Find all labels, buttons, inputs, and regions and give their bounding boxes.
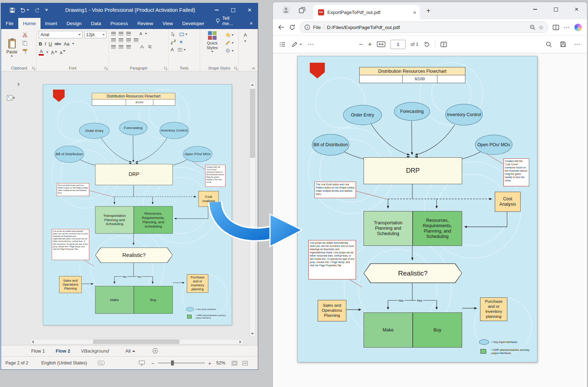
scrollbar-thumb[interactable] xyxy=(93,340,179,344)
fit-to-width-icon[interactable] xyxy=(377,41,385,47)
font-name-select[interactable]: Arial xyxy=(39,31,82,38)
scrollbar-thumb[interactable] xyxy=(250,89,255,158)
dialog-launcher-icon[interactable] xyxy=(164,67,167,70)
dialog-launcher-icon[interactable] xyxy=(32,67,35,70)
node-make[interactable]: Make xyxy=(364,312,413,348)
search-icon[interactable] xyxy=(546,41,552,48)
node-cost-analysis[interactable]: Cost Analysis xyxy=(495,192,521,212)
grow-font-button[interactable]: A xyxy=(51,50,57,55)
shapes-panel-icon[interactable] xyxy=(7,95,15,101)
node-drp[interactable]: DRP xyxy=(364,157,462,184)
italic-button[interactable]: I xyxy=(44,41,46,47)
node-open-pos-mos[interactable]: Open POs/ MOs xyxy=(183,146,212,162)
shrink-font-button[interactable]: A xyxy=(60,50,66,55)
decrease-indent-icon[interactable] xyxy=(119,45,123,49)
scroll-up-icon[interactable] xyxy=(251,84,254,86)
text-block-tool-icon[interactable] xyxy=(177,48,186,52)
visio-drawing-page[interactable]: Distribution Resources Flowchart 6/1/00 … xyxy=(43,84,232,325)
tab-home[interactable]: Home xyxy=(18,18,41,29)
node-transportation-planning[interactable]: Transportation Planning and Scheduling xyxy=(95,206,134,234)
node-resources-requirements[interactable]: Resources, Requirements, Planning, and S… xyxy=(413,211,462,246)
status-page-indicator[interactable]: Page 2 of 2 xyxy=(5,360,28,366)
table-of-contents-icon[interactable] xyxy=(279,42,286,47)
browser-tab[interactable]: PDF ExportPageToPdf_out.pdf × xyxy=(313,5,420,19)
chevron-down-icon[interactable] xyxy=(46,52,48,53)
address-field[interactable]: File D:/Files/ExportPageToPdf_out.pdf ☆ xyxy=(300,22,548,33)
refresh-icon[interactable] xyxy=(289,24,295,30)
all-pages-dropdown[interactable]: All xyxy=(125,348,135,354)
node-forecasting[interactable]: Forecasting xyxy=(119,120,147,135)
page-view-icon[interactable] xyxy=(440,42,447,47)
page-tab-flow2[interactable]: Flow 2 xyxy=(56,348,70,354)
add-page-button[interactable] xyxy=(152,348,158,354)
node-inventory-control[interactable]: Inventory Control xyxy=(160,122,189,139)
tab-review[interactable]: Review xyxy=(133,18,158,29)
pdf-viewport[interactable]: Distribution Resources Flowchart 6/1/00 … xyxy=(273,53,587,387)
callout-line-curve[interactable]: Created with the "Line-Curve" connector … xyxy=(205,165,226,187)
maximize-icon[interactable] xyxy=(545,2,566,16)
callout-line-jumps[interactable]: Line jumps are added automatically when … xyxy=(52,229,89,260)
node-forecasting[interactable]: Forecasting xyxy=(394,102,430,121)
justify-icon[interactable] xyxy=(134,38,138,42)
page-tab-vbackground[interactable]: VBackground xyxy=(81,348,109,354)
more-tools-icon[interactable]: ⋯ xyxy=(308,40,314,48)
dialog-launcher-icon[interactable] xyxy=(234,67,238,70)
more-styles-button[interactable]: A xyxy=(244,32,247,38)
quick-styles-button[interactable]: Quick Styles xyxy=(202,31,222,65)
full-screen-icon[interactable] xyxy=(242,361,248,366)
paste-button[interactable]: Paste xyxy=(4,31,19,65)
redo-icon[interactable] xyxy=(34,8,40,13)
tab-data[interactable]: Data xyxy=(86,18,106,29)
align-top-icon[interactable] xyxy=(111,38,116,42)
flowchart-title-box[interactable]: Distribution Resources Flowchart 6/1/00 xyxy=(359,67,465,83)
superscript-button[interactable]: A xyxy=(139,32,142,36)
settings-menu-icon[interactable]: ⋯ xyxy=(564,24,570,31)
callout-line-jumps[interactable]: Line jumps are added automatically when … xyxy=(308,240,356,280)
change-case-button[interactable]: Aa xyxy=(64,41,70,47)
presentation-mode-icon[interactable] xyxy=(139,360,145,366)
zoom-out-icon[interactable]: − xyxy=(151,360,155,366)
scroll-down-icon[interactable] xyxy=(251,333,254,335)
node-purchase-inventory[interactable]: Purchase and or inventory planning xyxy=(187,274,208,293)
tab-insert[interactable]: Insert xyxy=(41,18,62,29)
back-icon[interactable] xyxy=(278,24,285,30)
close-icon[interactable]: × xyxy=(245,17,258,29)
split-screen-icon[interactable] xyxy=(553,24,559,30)
copy-button[interactable] xyxy=(22,40,28,46)
info-icon[interactable] xyxy=(304,24,310,30)
node-order-entry[interactable]: Order Entry xyxy=(343,105,382,125)
profile-avatar[interactable] xyxy=(281,5,290,14)
tab-design[interactable]: Design xyxy=(62,18,86,29)
chevron-down-icon[interactable] xyxy=(145,33,147,34)
align-right-icon[interactable] xyxy=(126,32,131,36)
dialog-launcher-icon[interactable] xyxy=(104,67,108,70)
cut-button[interactable] xyxy=(22,32,28,38)
more-options-icon[interactable]: ⋯ xyxy=(574,40,580,48)
workspaces-icon[interactable] xyxy=(299,7,305,14)
draw-highlight-icon[interactable] xyxy=(291,41,302,47)
increase-indent-icon[interactable] xyxy=(126,45,131,49)
align-middle-icon[interactable] xyxy=(119,38,123,42)
align-center-icon[interactable] xyxy=(119,32,123,36)
format-painter-button[interactable] xyxy=(22,49,28,54)
zoom-indicator-icon[interactable] xyxy=(530,24,536,30)
zoom-out-icon[interactable]: − xyxy=(359,40,363,48)
node-open-pos-mos[interactable]: Open POs/ MOs xyxy=(475,135,512,155)
align-left-icon[interactable] xyxy=(111,32,116,36)
tab-file[interactable]: File xyxy=(1,18,18,29)
callout-line-ends[interactable]: The Line Ends button and Line Pattern bu… xyxy=(57,183,89,196)
zoom-slider[interactable] xyxy=(158,363,205,363)
node-bill-of-distribution[interactable]: Bill of Distribution xyxy=(54,145,84,162)
zoom-level[interactable]: 52% xyxy=(216,360,225,366)
chevron-down-icon[interactable] xyxy=(244,40,246,42)
callout-line-curve[interactable]: Created with the "Line-Curve" connector … xyxy=(503,158,529,186)
paragraph-options-icon[interactable] xyxy=(147,45,152,49)
align-bottom-icon[interactable] xyxy=(126,38,131,42)
page-number-input[interactable]: 1 xyxy=(390,40,406,49)
tell-me-search[interactable]: Tell me... xyxy=(212,13,245,29)
node-drp[interactable]: DRP xyxy=(95,164,173,185)
flowchart-title-box[interactable]: Distribution Resources Flowchart 6/1/00 xyxy=(92,93,175,105)
horizontal-scrollbar[interactable] xyxy=(30,339,243,344)
page-tab-flow1[interactable]: Flow 1 xyxy=(31,348,45,354)
minimize-icon[interactable] xyxy=(525,2,545,16)
